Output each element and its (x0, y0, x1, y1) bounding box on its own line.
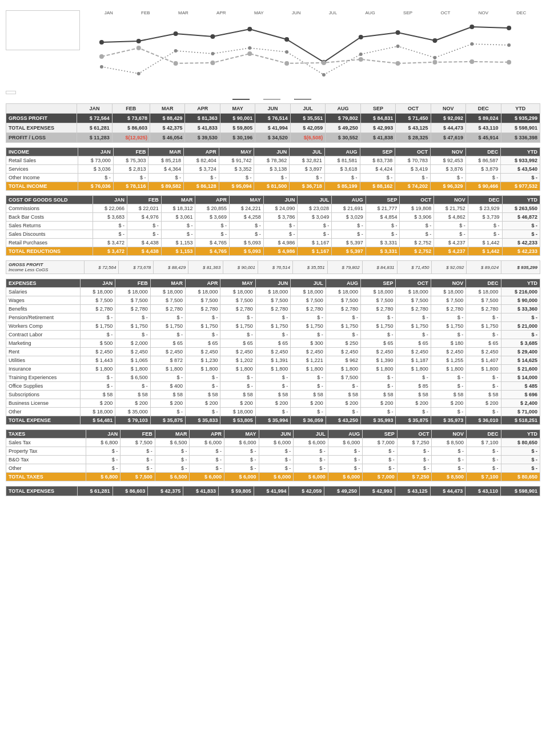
row-cell: $ 58 (220, 391, 255, 399)
row-cell: $ 1,390 (361, 356, 396, 365)
row-cell: $ - (396, 331, 431, 339)
row-cell: $ - (395, 174, 431, 182)
row-cell: $ - (501, 174, 540, 182)
row-label: Sales Discounts (6, 230, 93, 239)
row-cell: $ 80,650 (501, 473, 540, 481)
row-cell: $ 3,331 (366, 239, 400, 247)
profit-line-icon (294, 99, 311, 100)
svg-point-19 (359, 57, 363, 62)
row-cell: $ - (186, 408, 220, 416)
row-label: Property Tax (6, 447, 86, 456)
row-cell: $ - (93, 230, 127, 239)
row-cell: $ 45,914 (466, 133, 501, 143)
row-label: Workers Comp (6, 322, 81, 331)
row-cell: $ 46,872 (502, 213, 540, 222)
row-cell: $ 71,450 (396, 114, 431, 123)
row-cell: $ 76,514 (255, 114, 290, 123)
row-label: TOTAL REDUCTIONS (6, 247, 93, 256)
svg-point-4 (247, 27, 252, 31)
summary-col-mar: MAR (150, 104, 184, 114)
row-cell: $ 1,187 (396, 356, 431, 365)
row-cell: $ 7,500 (150, 296, 185, 305)
row-cell: $ 300 (291, 339, 326, 348)
row-cell: $ - (430, 174, 465, 182)
row-cell: $ 1,800 (80, 365, 115, 373)
row-cell: $ 962 (326, 356, 360, 365)
row-cell: $ - (190, 456, 224, 464)
row-cell: $ 1,750 (150, 322, 185, 331)
row-cell: $ 32,821 (290, 156, 325, 165)
row-cell: $ - (230, 230, 264, 239)
row-cell: $ 6,000 (259, 473, 294, 481)
row-cell: $ - (431, 313, 465, 322)
row-cell: $ - (502, 230, 540, 239)
row-cell: $ 6,000 (294, 473, 328, 481)
row-cell: $ 24,221 (230, 204, 264, 213)
row-cell: $ 78,116 (113, 182, 148, 191)
row-cell: $ 4,438 (127, 247, 162, 256)
row-cell: $ - (332, 222, 366, 230)
row-cell: $ 21,691 (332, 204, 366, 213)
row-cell: $ 5,397 (332, 247, 366, 256)
row-cell: $ 2,780 (361, 305, 396, 313)
svg-point-9 (432, 38, 437, 43)
bottom-total-cell: $ 59,805 (218, 486, 254, 496)
row-cell: $ 36,059 (291, 416, 326, 425)
row-cell: $ 18,000 (220, 288, 255, 296)
row-cell: $ - (361, 313, 396, 322)
row-cell: $ - (466, 331, 501, 339)
row-cell: $ 4,986 (263, 247, 298, 256)
row-cell: $ - (148, 174, 184, 182)
row-cell: $ 263,550 (502, 204, 540, 213)
summary-col-nov: NOV (431, 104, 465, 114)
cogs-table: COST OF GOODS SOLD JANFEBMARAPRMAYJUN JU… (6, 195, 540, 256)
row-cell: $ 35,875 (150, 416, 185, 425)
row-cell: $ 7,500 (186, 296, 220, 305)
row-cell: $ 4,438 (127, 239, 162, 247)
row-cell: $ 2,450 (291, 348, 326, 356)
row-cell: $ - (434, 230, 468, 239)
row-cell: $ 58 (466, 391, 501, 399)
svg-point-14 (174, 61, 178, 66)
row-cell: $ - (121, 464, 155, 473)
row-cell: $ 2,752 (400, 239, 434, 247)
svg-point-32 (396, 45, 400, 48)
row-cell: $ 21,600 (501, 365, 540, 373)
row-cell: $ - (291, 373, 326, 382)
row-cell: $ 81,500 (254, 182, 290, 191)
row-cell: $ 4,364 (148, 165, 184, 174)
row-cell: $ 1,750 (255, 322, 290, 331)
row-cell: $ 30,196 (220, 133, 255, 143)
row-cell: $ - (466, 408, 501, 416)
summary-table: JAN FEB MAR APR MAY JUN JUL AUG SEP OCT … (6, 103, 540, 143)
row-cell: $ - (501, 331, 540, 339)
row-cell: $ - (186, 373, 220, 382)
row-cell: $ 8,500 (432, 439, 467, 447)
row-cell: $ 58 (80, 391, 115, 399)
company-box (6, 10, 80, 50)
row-cell: $ 2,780 (255, 305, 290, 313)
bottom-total-cell: $ 61,281 (77, 486, 113, 496)
row-cell: $ 18,000 (326, 288, 360, 296)
row-cell: $ 2,780 (186, 305, 220, 313)
row-cell: $ 86,587 (465, 156, 501, 165)
row-cell: $ 83,738 (360, 156, 395, 165)
row-cell: $ - (468, 222, 502, 230)
row-cell: $ 59,805 (220, 123, 255, 133)
row-cell: $ - (93, 222, 127, 230)
legend-profit (294, 99, 314, 100)
row-cell: $(12,925) (112, 133, 150, 143)
row-cell: $ - (155, 464, 190, 473)
chart-months: JANFEBMARAPRMAYJUN JULAUGSEPOCTNOVDEC (85, 10, 540, 15)
row-cell: $ 3,472 (93, 247, 127, 256)
row-cell: $ 58 (291, 391, 326, 399)
row-cell: $ 200 (431, 399, 465, 408)
row-cell: $ - (121, 456, 155, 464)
row-cell: $ 1,407 (466, 356, 501, 365)
row-cell: $ 23,028 (298, 204, 332, 213)
svg-point-22 (469, 59, 474, 64)
row-cell: $ 2,780 (220, 305, 255, 313)
row-cell: $ 7,500 (121, 473, 155, 481)
row-label: Back Bar Costs (6, 213, 93, 222)
row-cell: $ 200 (115, 399, 150, 408)
